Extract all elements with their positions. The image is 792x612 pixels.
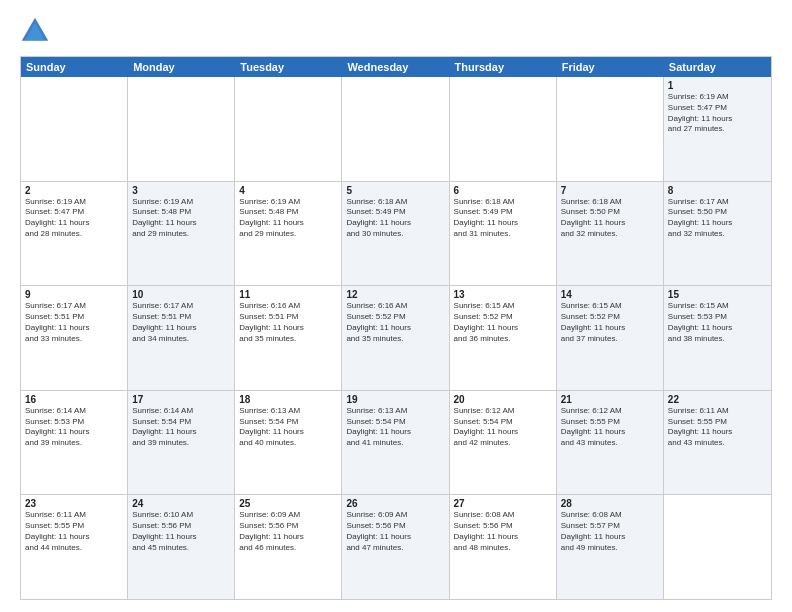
day-info: Sunrise: 6:12 AM Sunset: 5:55 PM Dayligh… — [561, 406, 659, 449]
day-number: 12 — [346, 289, 444, 300]
day-number: 2 — [25, 185, 123, 196]
day-number: 16 — [25, 394, 123, 405]
cal-week-0: 1Sunrise: 6:19 AM Sunset: 5:47 PM Daylig… — [21, 77, 771, 182]
cal-cell-3: 3Sunrise: 6:19 AM Sunset: 5:48 PM Daylig… — [128, 182, 235, 286]
calendar-body: 1Sunrise: 6:19 AM Sunset: 5:47 PM Daylig… — [21, 77, 771, 599]
day-number: 21 — [561, 394, 659, 405]
cal-header-day-1: Monday — [128, 57, 235, 77]
day-number: 10 — [132, 289, 230, 300]
day-number: 27 — [454, 498, 552, 509]
day-number: 17 — [132, 394, 230, 405]
day-number: 4 — [239, 185, 337, 196]
cal-header-day-0: Sunday — [21, 57, 128, 77]
cal-cell-17: 17Sunrise: 6:14 AM Sunset: 5:54 PM Dayli… — [128, 391, 235, 495]
cal-cell-empty-0-4 — [450, 77, 557, 181]
day-number: 1 — [668, 80, 767, 91]
cal-cell-23: 23Sunrise: 6:11 AM Sunset: 5:55 PM Dayli… — [21, 495, 128, 599]
cal-cell-10: 10Sunrise: 6:17 AM Sunset: 5:51 PM Dayli… — [128, 286, 235, 390]
day-number: 7 — [561, 185, 659, 196]
cal-cell-empty-0-5 — [557, 77, 664, 181]
cal-cell-7: 7Sunrise: 6:18 AM Sunset: 5:50 PM Daylig… — [557, 182, 664, 286]
day-number: 13 — [454, 289, 552, 300]
day-info: Sunrise: 6:19 AM Sunset: 5:47 PM Dayligh… — [25, 197, 123, 240]
cal-cell-26: 26Sunrise: 6:09 AM Sunset: 5:56 PM Dayli… — [342, 495, 449, 599]
day-number: 19 — [346, 394, 444, 405]
day-number: 8 — [668, 185, 767, 196]
cal-cell-empty-0-3 — [342, 77, 449, 181]
cal-cell-2: 2Sunrise: 6:19 AM Sunset: 5:47 PM Daylig… — [21, 182, 128, 286]
cal-cell-28: 28Sunrise: 6:08 AM Sunset: 5:57 PM Dayli… — [557, 495, 664, 599]
day-info: Sunrise: 6:19 AM Sunset: 5:48 PM Dayligh… — [239, 197, 337, 240]
calendar-header: SundayMondayTuesdayWednesdayThursdayFrid… — [21, 57, 771, 77]
cal-cell-24: 24Sunrise: 6:10 AM Sunset: 5:56 PM Dayli… — [128, 495, 235, 599]
day-info: Sunrise: 6:19 AM Sunset: 5:48 PM Dayligh… — [132, 197, 230, 240]
day-number: 24 — [132, 498, 230, 509]
day-info: Sunrise: 6:10 AM Sunset: 5:56 PM Dayligh… — [132, 510, 230, 553]
cal-cell-14: 14Sunrise: 6:15 AM Sunset: 5:52 PM Dayli… — [557, 286, 664, 390]
logo-icon — [20, 16, 50, 46]
cal-cell-15: 15Sunrise: 6:15 AM Sunset: 5:53 PM Dayli… — [664, 286, 771, 390]
day-info: Sunrise: 6:11 AM Sunset: 5:55 PM Dayligh… — [25, 510, 123, 553]
day-number: 6 — [454, 185, 552, 196]
day-info: Sunrise: 6:15 AM Sunset: 5:53 PM Dayligh… — [668, 301, 767, 344]
day-info: Sunrise: 6:09 AM Sunset: 5:56 PM Dayligh… — [346, 510, 444, 553]
cal-cell-21: 21Sunrise: 6:12 AM Sunset: 5:55 PM Dayli… — [557, 391, 664, 495]
day-info: Sunrise: 6:19 AM Sunset: 5:47 PM Dayligh… — [668, 92, 767, 135]
day-info: Sunrise: 6:18 AM Sunset: 5:49 PM Dayligh… — [454, 197, 552, 240]
cal-cell-empty-4-6 — [664, 495, 771, 599]
day-info: Sunrise: 6:13 AM Sunset: 5:54 PM Dayligh… — [239, 406, 337, 449]
day-number: 11 — [239, 289, 337, 300]
cal-cell-13: 13Sunrise: 6:15 AM Sunset: 5:52 PM Dayli… — [450, 286, 557, 390]
day-number: 20 — [454, 394, 552, 405]
cal-cell-12: 12Sunrise: 6:16 AM Sunset: 5:52 PM Dayli… — [342, 286, 449, 390]
day-info: Sunrise: 6:14 AM Sunset: 5:53 PM Dayligh… — [25, 406, 123, 449]
cal-header-day-5: Friday — [557, 57, 664, 77]
cal-cell-6: 6Sunrise: 6:18 AM Sunset: 5:49 PM Daylig… — [450, 182, 557, 286]
cal-cell-1: 1Sunrise: 6:19 AM Sunset: 5:47 PM Daylig… — [664, 77, 771, 181]
cal-cell-empty-0-2 — [235, 77, 342, 181]
cal-header-day-4: Thursday — [450, 57, 557, 77]
day-number: 28 — [561, 498, 659, 509]
cal-cell-8: 8Sunrise: 6:17 AM Sunset: 5:50 PM Daylig… — [664, 182, 771, 286]
day-number: 26 — [346, 498, 444, 509]
cal-cell-4: 4Sunrise: 6:19 AM Sunset: 5:48 PM Daylig… — [235, 182, 342, 286]
day-info: Sunrise: 6:16 AM Sunset: 5:51 PM Dayligh… — [239, 301, 337, 344]
day-number: 23 — [25, 498, 123, 509]
cal-week-1: 2Sunrise: 6:19 AM Sunset: 5:47 PM Daylig… — [21, 182, 771, 287]
day-info: Sunrise: 6:18 AM Sunset: 5:49 PM Dayligh… — [346, 197, 444, 240]
day-number: 22 — [668, 394, 767, 405]
page: SundayMondayTuesdayWednesdayThursdayFrid… — [0, 0, 792, 612]
day-info: Sunrise: 6:17 AM Sunset: 5:51 PM Dayligh… — [25, 301, 123, 344]
cal-week-4: 23Sunrise: 6:11 AM Sunset: 5:55 PM Dayli… — [21, 495, 771, 599]
cal-cell-11: 11Sunrise: 6:16 AM Sunset: 5:51 PM Dayli… — [235, 286, 342, 390]
cal-cell-empty-0-0 — [21, 77, 128, 181]
day-info: Sunrise: 6:14 AM Sunset: 5:54 PM Dayligh… — [132, 406, 230, 449]
day-info: Sunrise: 6:08 AM Sunset: 5:57 PM Dayligh… — [561, 510, 659, 553]
cal-cell-9: 9Sunrise: 6:17 AM Sunset: 5:51 PM Daylig… — [21, 286, 128, 390]
day-info: Sunrise: 6:13 AM Sunset: 5:54 PM Dayligh… — [346, 406, 444, 449]
day-info: Sunrise: 6:16 AM Sunset: 5:52 PM Dayligh… — [346, 301, 444, 344]
day-number: 15 — [668, 289, 767, 300]
header — [20, 16, 772, 46]
cal-cell-empty-0-1 — [128, 77, 235, 181]
day-number: 5 — [346, 185, 444, 196]
cal-cell-16: 16Sunrise: 6:14 AM Sunset: 5:53 PM Dayli… — [21, 391, 128, 495]
day-info: Sunrise: 6:11 AM Sunset: 5:55 PM Dayligh… — [668, 406, 767, 449]
day-info: Sunrise: 6:17 AM Sunset: 5:50 PM Dayligh… — [668, 197, 767, 240]
day-info: Sunrise: 6:08 AM Sunset: 5:56 PM Dayligh… — [454, 510, 552, 553]
day-info: Sunrise: 6:15 AM Sunset: 5:52 PM Dayligh… — [454, 301, 552, 344]
day-number: 9 — [25, 289, 123, 300]
day-number: 14 — [561, 289, 659, 300]
cal-cell-25: 25Sunrise: 6:09 AM Sunset: 5:56 PM Dayli… — [235, 495, 342, 599]
cal-cell-19: 19Sunrise: 6:13 AM Sunset: 5:54 PM Dayli… — [342, 391, 449, 495]
day-info: Sunrise: 6:09 AM Sunset: 5:56 PM Dayligh… — [239, 510, 337, 553]
cal-cell-5: 5Sunrise: 6:18 AM Sunset: 5:49 PM Daylig… — [342, 182, 449, 286]
day-number: 3 — [132, 185, 230, 196]
day-info: Sunrise: 6:12 AM Sunset: 5:54 PM Dayligh… — [454, 406, 552, 449]
calendar: SundayMondayTuesdayWednesdayThursdayFrid… — [20, 56, 772, 600]
cal-cell-27: 27Sunrise: 6:08 AM Sunset: 5:56 PM Dayli… — [450, 495, 557, 599]
cal-header-day-6: Saturday — [664, 57, 771, 77]
cal-header-day-2: Tuesday — [235, 57, 342, 77]
day-number: 18 — [239, 394, 337, 405]
cal-cell-18: 18Sunrise: 6:13 AM Sunset: 5:54 PM Dayli… — [235, 391, 342, 495]
